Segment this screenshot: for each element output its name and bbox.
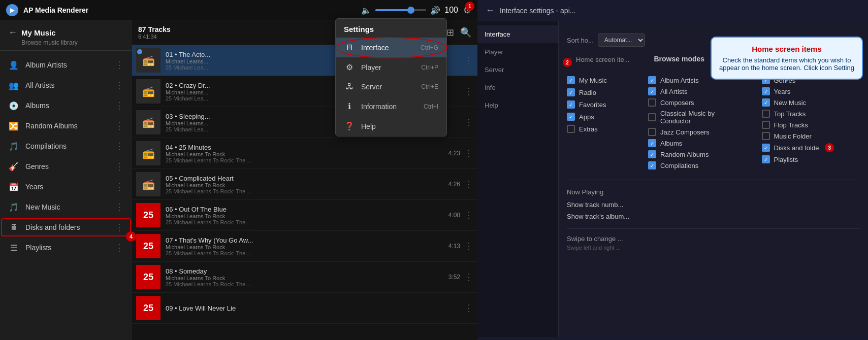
radio-checkbox[interactable] [567, 88, 575, 96]
home-item-my-music[interactable]: My Music [567, 76, 648, 84]
track-row[interactable]: 25 09 • Love Will Never Lie ⋮ [132, 293, 477, 324]
album-artists-more[interactable]: ⋮ [115, 59, 124, 71]
sidebar-item-label: Playlists [25, 244, 51, 252]
sidebar-item-genres[interactable]: 🎸 Genres ⋮ [0, 156, 132, 177]
random-albums-more[interactable]: ⋮ [115, 120, 124, 131]
track-more-button[interactable]: ⋮ [464, 210, 473, 221]
sidebar-item-random-albums[interactable]: 🔀 Random Albums ⋮ [0, 116, 132, 136]
track-more-button[interactable]: ⋮ [464, 179, 473, 190]
years-cb[interactable] [762, 87, 770, 95]
track-row[interactable]: 📻 04 • 25 Minutes Michael Learns To Rock… [132, 138, 477, 169]
disks-more[interactable]: ⋮ [115, 222, 124, 233]
cb-jazz[interactable]: Jazz Composers [648, 128, 747, 136]
track-more-button[interactable]: ⋮ [464, 148, 473, 159]
compilations-more[interactable]: ⋮ [115, 141, 124, 152]
home-item-favorites[interactable]: Favorites [567, 100, 648, 109]
track-more-button[interactable]: ⋮ [464, 241, 473, 252]
sidebar-item-albums[interactable]: 💿 Albums ⋮ [0, 95, 132, 116]
cb-classical[interactable]: Classical Music by Conductor [648, 110, 747, 125]
track-more-button[interactable]: ⋮ [464, 117, 473, 128]
cb-random-albums[interactable]: Random Albums [648, 150, 747, 158]
track-more-button[interactable]: ⋮ [464, 55, 473, 66]
track-row[interactable]: 25 07 • That's Why (You Go Aw... Michael… [132, 231, 477, 262]
cb-new-music[interactable]: New Music [762, 98, 860, 107]
cb-years[interactable]: Years [762, 87, 860, 95]
sidebar-item-compilations[interactable]: 🎵 Compilations ⋮ [0, 136, 132, 156]
search-button[interactable]: 🔍 [460, 27, 471, 38]
sidebar-back-button[interactable]: ← [8, 27, 17, 38]
info-label: Information [361, 103, 397, 111]
flop-tracks-cb[interactable] [762, 121, 770, 129]
right-back-button[interactable]: ← [486, 5, 495, 16]
classical-cb[interactable] [648, 113, 656, 121]
help-label: Help [361, 122, 376, 130]
track-more-button[interactable]: ⋮ [464, 271, 473, 283]
cb-flop-tracks[interactable]: Flop Tracks [762, 121, 860, 129]
sort-dropdown[interactable]: Automat... [598, 33, 645, 47]
settings-sidebar-help[interactable]: Help [477, 96, 558, 114]
my-music-checkbox[interactable] [567, 76, 575, 84]
extras-checkbox[interactable] [567, 125, 575, 133]
settings-sidebar-interface[interactable]: Interface [477, 25, 558, 43]
track-thumb: 📻 [136, 172, 160, 196]
cb-top-tracks[interactable]: Top Tracks [762, 110, 860, 118]
playlists-cb[interactable] [762, 155, 770, 163]
settings-menu-interface[interactable]: 🖥 Interface Ctrl+G [336, 38, 446, 57]
settings-sidebar: Interface Player Server Info Help [477, 21, 559, 337]
apps-checkbox[interactable] [567, 113, 575, 121]
extras-label: Extras [579, 125, 598, 133]
home-item-radio[interactable]: Radio [567, 88, 648, 96]
volume-slider[interactable] [375, 9, 426, 11]
settings-dropdown: Settings 🖥 Interface Ctrl+G ⚙ Player Ctr… [335, 18, 447, 137]
settings-button[interactable]: ⚙ 1 [463, 5, 471, 16]
settings-menu-help[interactable]: ❓ Help [336, 116, 446, 136]
new-music-cb[interactable] [762, 98, 770, 107]
genres-more[interactable]: ⋮ [115, 161, 124, 172]
disks-cb[interactable] [762, 144, 770, 152]
sidebar-item-new-music[interactable]: 🎵 New Music ⋮ [0, 197, 132, 217]
albums-more[interactable]: ⋮ [115, 100, 124, 111]
cb-playlists[interactable]: Playlists [762, 155, 860, 163]
cb-albums[interactable]: Albums [648, 139, 747, 147]
track-row[interactable]: 25 08 • Someday Michael Learns To Rock 2… [132, 262, 477, 293]
random-albums-cb[interactable] [648, 150, 656, 158]
sidebar-item-disks-folders[interactable]: 🖥 Disks and folders ⋮ 4 [0, 217, 132, 237]
album-artists-cb[interactable] [648, 76, 656, 84]
now-playing-title: Now Playing [567, 188, 860, 196]
albums-cb[interactable] [648, 139, 656, 147]
new-music-more[interactable]: ⋮ [115, 201, 124, 213]
track-more-button[interactable]: ⋮ [464, 86, 473, 97]
cb-composers[interactable]: Composers [648, 98, 747, 107]
years-more[interactable]: ⋮ [115, 181, 124, 192]
settings-sidebar-server[interactable]: Server [477, 61, 558, 79]
track-duration-cell: 4:23 [448, 150, 460, 157]
compilations-cb[interactable] [648, 161, 656, 169]
all-artists-cb[interactable] [648, 87, 656, 95]
sidebar-item-playlists[interactable]: ☰ Playlists ⋮ [0, 237, 132, 258]
settings-menu-server[interactable]: 🖧 Server Ctrl+E [336, 77, 446, 96]
playlists-more[interactable]: ⋮ [115, 242, 124, 253]
track-row[interactable]: 📻 05 • Complicated Heart Michael Learns … [132, 169, 477, 200]
sidebar-item-album-artists[interactable]: 👤 Album Artists ⋮ [0, 55, 132, 75]
music-folder-cb[interactable] [762, 132, 770, 140]
home-item-extras[interactable]: Extras [567, 125, 648, 133]
favorites-checkbox[interactable] [567, 100, 575, 109]
composers-cb[interactable] [648, 98, 656, 107]
settings-sidebar-info[interactable]: Info [477, 79, 558, 96]
track-more-button[interactable]: ⋮ [464, 302, 473, 314]
grid-view-button[interactable]: ⊞ [446, 27, 454, 38]
sidebar-item-all-artists[interactable]: 👥 All Artists ⋮ [0, 75, 132, 95]
cb-all-artists[interactable]: All Artists [648, 87, 747, 95]
settings-sidebar-player[interactable]: Player [477, 43, 558, 61]
sidebar-item-years[interactable]: 📅 Years ⋮ [0, 177, 132, 197]
settings-menu-player[interactable]: ⚙ Player Ctrl+P [336, 57, 446, 77]
cb-compilations[interactable]: Compilations [648, 161, 747, 169]
jazz-cb[interactable] [648, 128, 656, 136]
home-item-apps[interactable]: Apps [567, 113, 648, 121]
cb-music-folder[interactable]: Music Folder [762, 132, 860, 140]
all-artists-more[interactable]: ⋮ [115, 80, 124, 91]
track-row[interactable]: 25 06 • Out Of The Blue Michael Learns T… [132, 200, 477, 231]
top-tracks-cb[interactable] [762, 110, 770, 118]
settings-menu-info[interactable]: ℹ Information Ctrl+I [336, 96, 446, 116]
cb-disks[interactable]: Disks and folde 3 [762, 143, 860, 152]
